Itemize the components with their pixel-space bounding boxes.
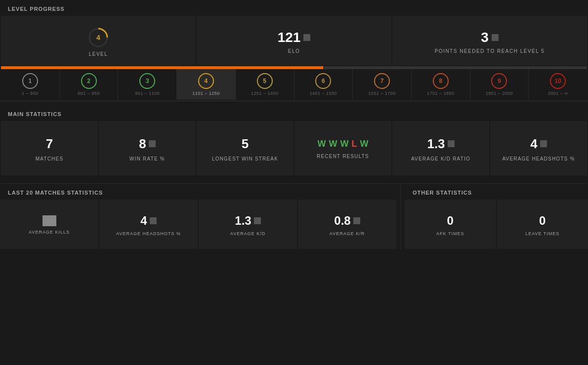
recent-results: W W W L W	[318, 139, 369, 149]
tier-badge-10: 10	[550, 73, 566, 89]
other-stat-cards: 0 AFK TIMES 0 LEAVE TIMES	[405, 200, 588, 250]
last20-value-1: 4	[140, 214, 156, 228]
tier-range-4: 1101 – 1250	[192, 91, 220, 96]
stat-label-0: MATCHES	[36, 156, 64, 162]
tier-item-2: 2 801 – 950	[60, 69, 119, 100]
last20-label-3: AVERAGE K/R	[330, 231, 365, 237]
tier-badge-3: 3	[139, 73, 155, 89]
stat-label-1: WIN RATE %	[129, 156, 165, 162]
tier-badge-9: 9	[491, 73, 507, 89]
tier-badge-5: 5	[257, 73, 273, 89]
last20-value-2: 1.3	[235, 214, 260, 228]
tier-range-7: 1551 – 1700	[368, 91, 396, 96]
tier-item-7: 7 1551 – 1700	[353, 69, 412, 100]
tier-item-9: 9 1851 – 2000	[470, 69, 529, 100]
tier-item-8: 8 1701 – 1850	[412, 69, 470, 100]
main-stat-card-0: 7 MATCHES	[1, 121, 98, 175]
other-stats-title: OTHER STATISTICS	[405, 184, 588, 200]
tier-badge-7: 7	[374, 73, 390, 89]
bottom-sections: LAST 20 MATCHES STATISTICS AVERAGE KILLS…	[0, 184, 588, 250]
elo-sq-icon	[303, 34, 310, 41]
tier-range-5: 1251 – 1400	[251, 91, 279, 96]
other-stat-card-1: 0 LEAVE TIMES	[497, 200, 588, 249]
elo-value: 121	[278, 30, 311, 45]
tier-badge-4: 4	[198, 73, 214, 89]
svg-text:4: 4	[96, 34, 100, 41]
stat-sq-icon-4	[448, 140, 455, 147]
tier-item-4: 4 1101 – 1250	[177, 69, 236, 100]
other-label-1: LEAVE TIMES	[525, 231, 559, 237]
tier-badge-2: 2	[81, 73, 97, 89]
tier-badge-1: 1	[22, 73, 38, 89]
tier-item-3: 3 951 – 1100	[118, 69, 177, 100]
stat-value-0: 7	[46, 136, 53, 152]
tier-item-6: 6 1401 – 1550	[294, 69, 353, 100]
last20-card-0: AVERAGE KILLS	[0, 200, 98, 249]
last20-cards: AVERAGE KILLS 4 AVERAGE HEADSHOTS % 1.3 …	[0, 200, 396, 250]
result-w: W	[329, 139, 337, 149]
last20-sq-icon-3	[353, 217, 360, 224]
tier-badge-6: 6	[315, 73, 331, 89]
other-stats-block: OTHER STATISTICS 0 AFK TIMES 0 LEAVE TIM…	[400, 184, 588, 250]
result-w: W	[360, 139, 369, 149]
last20-sq-icon-2	[254, 217, 261, 224]
stat-label-5: AVERAGE HEADSHOTS %	[502, 156, 575, 162]
other-value-0: 0	[447, 214, 454, 228]
last20-card-2: 1.3 AVERAGE K/D	[199, 200, 297, 249]
elo-label: ELO	[288, 48, 300, 54]
points-label: POINTS NEEDED TO REACH LEVEL 5	[435, 48, 545, 54]
level-top-cards: 4 LEVEL 121 ELO 3 POINTS NEEDED TO REACH…	[0, 16, 588, 66]
stat-value-5: 4	[530, 136, 546, 152]
tier-range-9: 1851 – 2000	[486, 91, 513, 96]
result-l: L	[352, 139, 357, 149]
stat-label-4: AVERAGE K/D RATIO	[411, 156, 470, 162]
last20-card-1: 4 AVERAGE HEADSHOTS %	[99, 200, 198, 249]
level-badge: 4	[87, 27, 109, 48]
main-stat-card-5: 4 AVERAGE HEADSHOTS %	[490, 121, 587, 175]
recent-results-label: RECENT RESULTS	[317, 153, 369, 160]
stat-value-2: 5	[242, 136, 249, 152]
tier-item-5: 5 1251 – 1400	[236, 69, 294, 100]
result-w: W	[340, 139, 349, 149]
other-stat-card-0: 0 AFK TIMES	[405, 200, 496, 249]
last20-label-0: AVERAGE KILLS	[29, 229, 70, 236]
stat-sq-icon-5	[540, 140, 547, 147]
last20-card-3: 0.8 AVERAGE K/R	[298, 200, 396, 249]
stat-sq-icon-1	[149, 140, 156, 147]
last20-label-2: AVERAGE K/D	[230, 231, 265, 237]
elo-card: 121 ELO	[197, 16, 391, 65]
last20-label-1: AVERAGE HEADSHOTS %	[116, 231, 181, 237]
tier-range-1: 1 – 800	[22, 91, 39, 96]
blank-icon-0	[42, 215, 56, 226]
last20-sq-icon-1	[150, 217, 157, 224]
tier-item-1: 1 1 – 800	[1, 69, 60, 100]
points-value: 3	[481, 30, 499, 45]
level-tiers: 1 1 – 800 2 801 – 950 3 951 – 1100 4 110…	[0, 69, 588, 101]
tier-range-2: 801 – 950	[78, 91, 100, 96]
points-needed-card: 3 POINTS NEEDED TO REACH LEVEL 5	[392, 16, 587, 65]
stat-value-4: 1.3	[427, 136, 454, 152]
main-stat-card-4: 1.3 AVERAGE K/D RATIO	[392, 121, 489, 175]
points-sq-icon	[492, 34, 499, 41]
level-card: 4 LEVEL	[1, 16, 196, 65]
stat-value-1: 8	[139, 136, 155, 152]
main-stat-card-2: 5 LONGEST WIN STREAK	[197, 121, 294, 175]
main-stat-card-3: W W W L W RECENT RESULTS	[294, 121, 391, 175]
tier-range-10: 2001 – ∞	[548, 91, 568, 96]
other-label-0: AFK TIMES	[436, 231, 464, 237]
level-progress-section: LEVEL PROGRESS 4 LEVEL 121 ELO	[0, 0, 588, 101]
stat-label-2: LONGEST WIN STREAK	[212, 156, 278, 162]
main-stat-cards: 7 MATCHES 8 WIN RATE % 5 LONGEST WIN STR…	[0, 121, 588, 176]
tier-range-3: 951 – 1100	[135, 91, 160, 96]
tier-range-8: 1701 – 1850	[427, 91, 455, 96]
last20-title: LAST 20 MATCHES STATISTICS	[0, 184, 396, 200]
level-progress-title: LEVEL PROGRESS	[0, 0, 588, 16]
last20-value-3: 0.8	[334, 214, 360, 228]
level-label: LEVEL	[89, 51, 108, 57]
tier-item-10: 10 2001 – ∞	[529, 69, 587, 100]
main-statistics-section: MAIN STATISTICS 7 MATCHES 8 WIN RATE % 5…	[0, 101, 588, 176]
main-stat-card-1: 8 WIN RATE %	[99, 121, 196, 175]
main-stats-title: MAIN STATISTICS	[0, 105, 588, 121]
tier-range-6: 1401 – 1550	[310, 91, 337, 96]
other-value-1: 0	[539, 214, 546, 228]
